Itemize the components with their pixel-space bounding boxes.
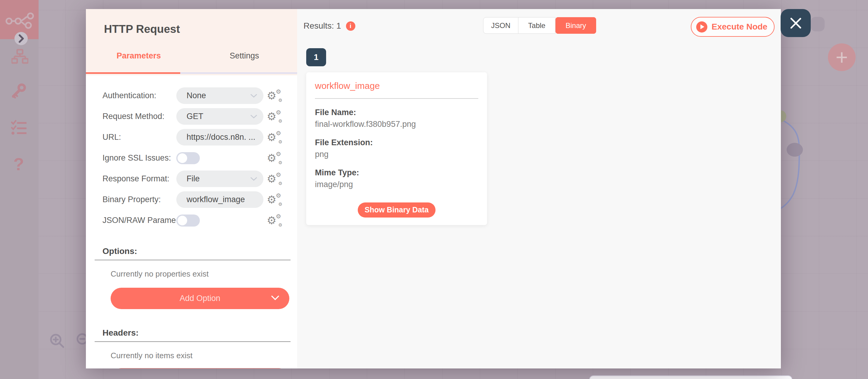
execute-node-button[interactable]: Execute Node <box>691 17 775 37</box>
file-extension-value: png <box>315 150 478 159</box>
info-icon[interactable]: i <box>346 21 355 31</box>
parameter-options-gear-icon[interactable]: ⚙⚙⚙ <box>264 173 282 184</box>
authentication-select[interactable]: None <box>176 87 264 104</box>
field-row-authentication: Authentication: None ⚙⚙⚙ <box>102 85 282 106</box>
node-parameters-panel: HTTP Request Parameters Settings Authent… <box>86 9 297 369</box>
node-title: HTTP Request <box>104 23 297 36</box>
zoom-in-icon <box>49 332 65 349</box>
field-row-url: URL: https://docs.n8n. ... ⚙⚙⚙ <box>102 127 282 148</box>
tab-underline <box>86 72 297 74</box>
field-row-json-raw-parameters: JSON/RAW Parame... ⚙⚙⚙ <box>102 210 282 231</box>
node-header: HTTP Request Parameters Settings <box>86 9 297 75</box>
field-label: Binary Property: <box>102 195 176 204</box>
show-binary-data-button[interactable]: Show Binary Data <box>358 202 435 218</box>
parameter-options-gear-icon[interactable]: ⚙⚙⚙ <box>264 111 282 122</box>
field-row-binary-property: Binary Property: workflow_image ⚙⚙⚙ <box>102 189 282 210</box>
execute-node-label: Execute Node <box>712 22 767 32</box>
sidebar-collapse-button[interactable] <box>14 32 28 45</box>
tab-parameters[interactable]: Parameters <box>86 51 192 61</box>
headers-section-heading: Headers: <box>102 328 282 338</box>
results-view-switcher: JSON Table Binary <box>483 17 596 34</box>
node-detail-modal: HTTP Request Parameters Settings Authent… <box>86 9 781 369</box>
parameter-options-gear-icon[interactable]: ⚙⚙⚙ <box>264 153 282 164</box>
file-extension-label: File Extension: <box>315 138 478 147</box>
view-tab-json[interactable]: JSON <box>483 17 518 34</box>
headers-empty-text: Currently no items exist <box>111 351 282 360</box>
field-row-response-format: Response Format: File ⚙⚙⚙ <box>102 168 282 189</box>
select-value: GET <box>187 112 250 121</box>
url-input[interactable]: https://docs.n8n. ... <box>176 129 264 146</box>
field-label: Request Method: <box>102 112 176 121</box>
plus-icon: + <box>836 47 848 68</box>
card-divider <box>315 98 478 99</box>
results-count: Results: 1 i <box>304 21 355 31</box>
field-label: Authentication: <box>102 91 176 100</box>
chevron-down-icon <box>271 295 279 301</box>
json-raw-parameters-toggle[interactable] <box>176 215 200 226</box>
tab-settings[interactable]: Settings <box>192 51 298 61</box>
field-label: URL: <box>102 132 176 142</box>
toggle-knob <box>178 153 187 163</box>
binary-property-title: workflow_image <box>315 81 478 91</box>
sidebar-item-help[interactable]: ? <box>11 154 27 173</box>
input-value: workflow_image <box>187 195 257 204</box>
add-node-button[interactable]: + <box>828 43 856 71</box>
active-tab-indicator <box>86 72 180 74</box>
select-value: None <box>187 91 250 100</box>
request-method-select[interactable]: GET <box>176 108 264 125</box>
chevron-down-icon <box>250 94 257 98</box>
binary-data-card: workflow_image File Name: final-workflow… <box>306 72 487 225</box>
sidebar-item-credentials[interactable] <box>11 83 27 99</box>
chevron-down-icon <box>250 177 257 181</box>
field-label: Ignore SSL Issues: <box>102 153 176 163</box>
options-empty-text: Currently no properties exist <box>111 269 282 279</box>
mime-type-label: Mime Type: <box>315 168 478 178</box>
results-panel: Results: 1 i JSON Table Binary Execute N… <box>297 9 781 369</box>
select-value: File <box>187 174 250 184</box>
parameter-options-gear-icon[interactable]: ⚙⚙⚙ <box>264 90 282 101</box>
parameter-options-gear-icon[interactable]: ⚙⚙⚙ <box>264 132 282 143</box>
background-node-pill <box>811 17 825 31</box>
response-format-select[interactable]: File <box>176 170 264 187</box>
canvas-zoom-in-button[interactable] <box>48 331 66 350</box>
results-label: Results: 1 <box>304 21 341 31</box>
sidebar-item-workflows[interactable] <box>11 48 28 65</box>
field-label: Response Format: <box>102 174 176 184</box>
background-panel-edge <box>589 375 792 379</box>
parameter-options-gear-icon[interactable]: ⚙⚙⚙ <box>264 215 282 226</box>
node-tabs: Parameters Settings <box>86 46 297 65</box>
close-modal-button[interactable] <box>781 9 811 37</box>
ignore-ssl-toggle[interactable] <box>176 152 200 164</box>
background-node-dot <box>786 143 803 157</box>
play-icon <box>696 21 707 33</box>
question-mark-icon: ? <box>13 154 24 174</box>
field-row-ignore-ssl: Ignore SSL Issues: ⚙⚙⚙ <box>102 148 282 168</box>
key-icon <box>11 83 27 99</box>
result-item-index-badge[interactable]: 1 <box>306 48 326 66</box>
parameters-form: Authentication: None ⚙⚙⚙ Req <box>86 75 297 369</box>
parameter-options-gear-icon[interactable]: ⚙⚙⚙ <box>264 194 282 205</box>
binary-property-input[interactable]: workflow_image <box>176 191 264 208</box>
options-section-heading: Options: <box>102 247 282 256</box>
field-label: JSON/RAW Parame... <box>102 216 176 225</box>
tab-underline-rest <box>180 72 297 74</box>
field-row-request-method: Request Method: GET ⚙⚙⚙ <box>102 106 282 127</box>
file-name-value: final-workflow.f380b957.png <box>315 120 478 129</box>
chevron-down-icon <box>250 115 257 119</box>
view-tab-table[interactable]: Table <box>518 17 555 34</box>
toggle-knob <box>178 216 187 225</box>
n8n-node-detail-view: ? + HTTP R <box>0 0 868 379</box>
input-value: https://docs.n8n. ... <box>187 132 257 142</box>
add-option-button[interactable]: Add Option <box>111 288 289 309</box>
checklist-icon <box>11 119 27 135</box>
section-divider <box>95 260 290 260</box>
view-tab-binary[interactable]: Binary <box>555 17 596 34</box>
add-header-button[interactable] <box>111 368 289 369</box>
file-name-label: File Name: <box>315 108 478 117</box>
section-divider <box>95 341 290 342</box>
mime-type-value: image/png <box>315 180 478 189</box>
chevron-right-icon <box>14 32 28 45</box>
close-icon <box>789 17 802 30</box>
hierarchy-icon <box>11 48 28 65</box>
sidebar-item-executions[interactable] <box>11 119 27 135</box>
